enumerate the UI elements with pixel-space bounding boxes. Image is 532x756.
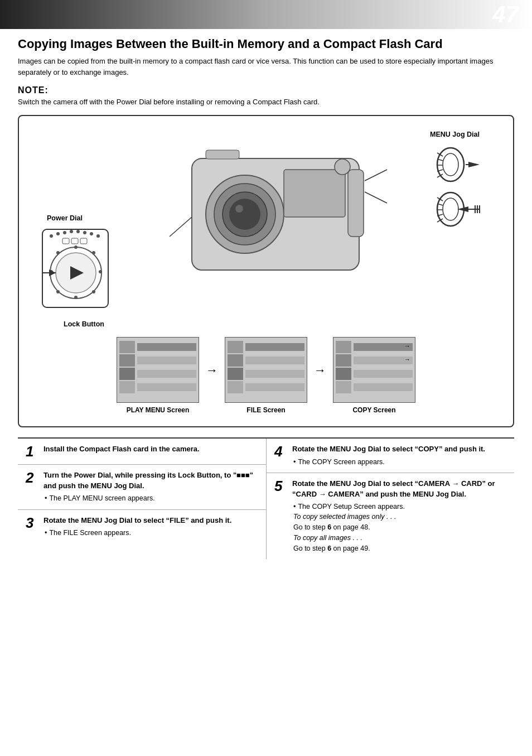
step-3-bullet-1: •The FILE Screen appears. xyxy=(45,528,258,538)
svg-point-50 xyxy=(229,199,260,230)
copy-arrow-2-icon: → xyxy=(404,356,410,363)
svg-point-40 xyxy=(83,231,86,234)
svg-rect-53 xyxy=(206,150,239,159)
note-label: NOTE: xyxy=(18,85,514,95)
page-title: Copying Images Between the Built-in Memo… xyxy=(18,37,514,51)
intro-text: Images can be copied from the built-in m… xyxy=(18,56,514,78)
svg-point-1 xyxy=(443,153,458,176)
svg-point-36 xyxy=(56,232,60,235)
svg-point-29 xyxy=(56,290,60,293)
svg-point-27 xyxy=(92,290,95,293)
svg-rect-45 xyxy=(80,238,87,244)
step-2-content: Turn the Power Dial, while pressing its … xyxy=(43,470,258,503)
step-5-main: Rotate the MENU Jog Dial to select “CAME… xyxy=(292,479,506,499)
copy-screen-label: COPY Screen xyxy=(352,406,395,414)
svg-rect-55 xyxy=(348,170,364,237)
arrow-1-icon: → xyxy=(206,363,218,378)
step-4-number: 4 xyxy=(274,444,287,459)
step-3: 3 Rotate the MENU Jog Dial to select “FI… xyxy=(18,510,266,544)
camera-area: MENU Jog Dial xyxy=(30,125,502,331)
svg-line-58 xyxy=(170,217,192,237)
steps-section: 1 Install the Compact Flash card in the … xyxy=(18,437,514,559)
svg-point-42 xyxy=(96,234,100,238)
step-2-number: 2 xyxy=(26,470,38,485)
step-5-bullet-5: Go to step 6 on page 49. xyxy=(293,543,506,554)
svg-point-39 xyxy=(76,230,80,233)
screens-row: PLAY MENU Screen → xyxy=(30,337,502,414)
svg-point-24 xyxy=(74,245,78,249)
step-2-bullet-1: •The PLAY MENU screen appears. xyxy=(45,493,258,504)
svg-marker-7 xyxy=(468,162,480,167)
svg-point-41 xyxy=(90,232,93,235)
page-header: 47 xyxy=(0,0,532,29)
step-1-content: Install the Compact Flash card in the ca… xyxy=(43,444,258,456)
svg-rect-44 xyxy=(71,238,78,244)
lock-button-label: Lock Button xyxy=(64,320,104,328)
svg-point-25 xyxy=(92,251,95,254)
svg-marker-16 xyxy=(457,206,468,212)
svg-point-28 xyxy=(74,296,78,299)
camera-body-icon xyxy=(158,125,393,304)
file-screen-box: FILE Screen xyxy=(225,337,307,414)
step-1-number: 1 xyxy=(26,444,38,459)
svg-point-0 xyxy=(437,148,464,181)
svg-point-10 xyxy=(443,198,458,220)
step-5-number: 5 xyxy=(274,479,287,493)
jog-dials xyxy=(435,145,485,229)
step-4-bullet-1: •The COPY Screen appears. xyxy=(293,457,506,468)
file-screen-img xyxy=(225,337,307,403)
step-2-main: Turn the Power Dial, while pressing its … xyxy=(43,470,258,490)
step-4-main: Rotate the MENU Jog Dial to select “COPY… xyxy=(292,444,506,454)
steps-left-col: 1 Install the Compact Flash card in the … xyxy=(18,439,266,559)
play-menu-screen-img xyxy=(117,337,199,403)
step-4-content: Rotate the MENU Jog Dial to select “COPY… xyxy=(292,444,506,467)
svg-point-37 xyxy=(63,231,66,234)
page-number: 47 xyxy=(492,3,519,26)
step-4: 4 Rotate the MENU Jog Dial to select “CO… xyxy=(267,439,514,473)
step-3-main: Rotate the MENU Jog Dial to select “FILE… xyxy=(43,516,258,526)
svg-line-56 xyxy=(365,170,387,181)
svg-point-35 xyxy=(50,234,53,238)
svg-point-54 xyxy=(335,159,350,175)
diagram-box: MENU Jog Dial xyxy=(18,115,514,427)
step-1: 1 Install the Compact Flash card in the … xyxy=(18,439,266,465)
file-screen-label: FILE Screen xyxy=(246,406,285,414)
arrow-2-icon: → xyxy=(314,363,326,378)
svg-rect-52 xyxy=(284,170,345,217)
menu-jog-label: MENU Jog Dial xyxy=(430,131,480,138)
jog-dial-bottom-icon xyxy=(435,190,485,229)
step-5-content: Rotate the MENU Jog Dial to select “CAME… xyxy=(292,479,506,553)
play-menu-label: PLAY MENU Screen xyxy=(127,406,190,414)
step-5: 5 Rotate the MENU Jog Dial to select “CA… xyxy=(267,473,514,559)
step-2: 2 Turn the Power Dial, while pressing it… xyxy=(18,465,266,509)
copy-screen-box: → → xyxy=(333,337,415,414)
steps-right-col: 4 Rotate the MENU Jog Dial to select “CO… xyxy=(266,439,514,559)
play-menu-screen-box: PLAY MENU Screen xyxy=(117,337,199,414)
power-dial-icon xyxy=(41,228,114,301)
svg-point-38 xyxy=(70,230,73,233)
svg-point-26 xyxy=(99,270,102,273)
step-3-number: 3 xyxy=(26,516,38,530)
step-3-content: Rotate the MENU Jog Dial to select “FILE… xyxy=(43,516,258,538)
step-5-bullet-1: •The COPY Setup Screen appears. xyxy=(293,502,506,512)
step-5-bullet-2: To copy selected images only . . . xyxy=(293,512,506,522)
svg-point-31 xyxy=(56,251,60,254)
step-5-bullet-4: To copy all images . . . xyxy=(293,533,506,543)
svg-rect-43 xyxy=(62,238,69,244)
jog-dial-top-icon xyxy=(435,145,485,184)
copy-arrow-1-icon: → xyxy=(404,343,410,349)
power-dial-label: Power Dial xyxy=(47,214,83,222)
copy-screen-img: → → xyxy=(333,337,415,403)
step-5-bullet-3: Go to step 6 on page 48. xyxy=(293,522,506,533)
svg-line-57 xyxy=(365,192,387,203)
note-text: Switch the camera off with the Power Dia… xyxy=(18,98,514,106)
step-1-main: Install the Compact Flash card in the ca… xyxy=(43,444,258,454)
svg-point-51 xyxy=(235,205,243,213)
